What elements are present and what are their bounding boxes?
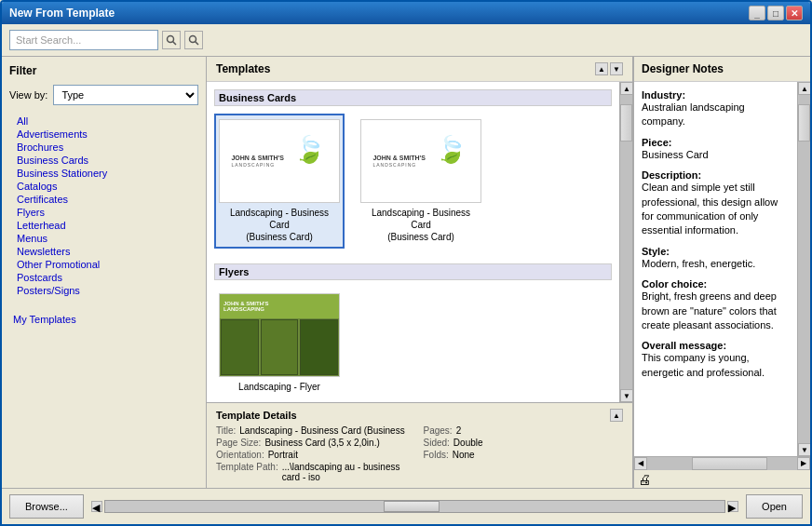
filter-item-catalogs[interactable]: Catalogs	[13, 180, 195, 193]
bottom-bar: Browse... ◀ ▶ Open	[2, 488, 810, 524]
designer-section-description-text: Clean and simple yet still professional,…	[642, 181, 790, 238]
template-caption-1: Landscaping - Business Card(Business Car…	[220, 207, 339, 243]
close-button[interactable]: ✕	[786, 6, 803, 20]
flyer-images	[220, 318, 339, 376]
biz-card-tagline-1: LANDSCAPING	[231, 162, 275, 168]
templates-scroll-area[interactable]: Business Cards 🍃 JOHN & SMITH'S LANDSCAP…	[207, 82, 619, 402]
biz-card-tagline-2: LANDSCAPING	[372, 162, 416, 168]
title-value: Landscaping - Business Card (Business	[239, 425, 404, 436]
designer-section-industry-text: Australian landscaping company.	[642, 101, 790, 129]
template-item-1[interactable]: 🍃 JOHN & SMITH'S LANDSCAPING Landscaping…	[214, 114, 345, 249]
template-item-flyer-1[interactable]: JOHN & SMITH'SLANDSCAPING Landscap	[214, 288, 345, 398]
filter-item-business-stationery[interactable]: Business Stationery	[13, 167, 195, 180]
designer-notes-panel: Designer Notes Industry: Australian land…	[633, 57, 810, 488]
detail-row-sided: Sided: Double	[424, 438, 624, 448]
filter-item-business-cards[interactable]: Business Cards	[13, 154, 195, 167]
templates-scroll-arrows: ▲ ▼	[595, 62, 623, 75]
maximize-button[interactable]: □	[767, 6, 784, 20]
designer-notes-scroll-area: Industry: Australian landscaping company…	[634, 82, 797, 456]
designer-section-overall: Overall message: This company is young, …	[642, 340, 790, 380]
browse-button[interactable]: Browse...	[9, 494, 84, 519]
open-button[interactable]: Open	[746, 494, 803, 519]
flyer-top: JOHN & SMITH'SLANDSCAPING	[220, 294, 339, 318]
detail-row-path: Template Path: ...\landscaping au - busi…	[216, 462, 416, 482]
designer-scroll-down[interactable]: ▼	[798, 443, 810, 456]
details-collapse-button[interactable]: ▲	[610, 409, 623, 422]
designer-hscroll-right[interactable]: ▶	[797, 457, 810, 470]
details-title: Template Details	[216, 410, 297, 421]
templates-scrollbar: ▲ ▼	[619, 82, 632, 402]
folds-label: Folds:	[424, 450, 449, 460]
main-window: New From Template _ □ ✕ Filter	[0, 0, 812, 526]
designer-section-overall-text: This company is young, energetic and pro…	[642, 351, 790, 380]
my-templates-link[interactable]: My Templates	[9, 312, 198, 327]
filter-item-postcards[interactable]: Postcards	[13, 271, 195, 284]
designer-scroll-up[interactable]: ▲	[798, 82, 810, 95]
templates-scroll-up[interactable]: ▲	[620, 82, 632, 95]
page-size-value: Business Card (3,5 x 2,0in.)	[264, 438, 379, 448]
filter-item-newsletters[interactable]: Newsletters	[13, 245, 195, 258]
filter-item-menus[interactable]: Menus	[13, 232, 195, 245]
templates-scroll-thumb[interactable]	[620, 104, 632, 142]
details-left: Title: Landscaping - Business Card (Busi…	[216, 425, 416, 482]
filter-item-other-promotional[interactable]: Other Promotional	[13, 258, 195, 271]
sided-value: Double	[453, 438, 483, 448]
template-item-2[interactable]: 🍃 JOHN & SMITH'S LANDSCAPING Landscaping…	[356, 114, 486, 249]
svg-point-2	[190, 36, 196, 43]
filter-item-all[interactable]: All	[13, 115, 195, 128]
designer-section-piece-title: Piece:	[642, 137, 790, 148]
detail-row-folds: Folds: None	[424, 450, 624, 460]
search-input[interactable]	[9, 30, 158, 50]
designer-scroll-thumb[interactable]	[798, 104, 810, 142]
view-by-select[interactable]: Type	[53, 85, 198, 105]
detail-row-page-size: Page Size: Business Card (3,5 x 2,0in.)	[216, 438, 416, 448]
biz-card-company-2: JOHN & SMITH'S	[372, 155, 426, 162]
filter-list: All Advertisements Brochures Business Ca…	[9, 115, 198, 297]
designer-section-description: Description: Clean and simple yet still …	[642, 169, 790, 238]
business-cards-grid: 🍃 JOHN & SMITH'S LANDSCAPING Landscaping…	[214, 114, 612, 249]
search-icon-2	[188, 34, 199, 46]
templates-scroll-down[interactable]: ▼	[620, 389, 632, 402]
details-header: Template Details ▲	[216, 409, 623, 422]
designer-section-color: Color choice: Bright, fresh greens and d…	[642, 278, 790, 332]
designer-section-piece: Piece: Business Card	[642, 137, 790, 162]
view-by-row: View by: Type	[9, 85, 198, 105]
designer-hscroll-left[interactable]: ◀	[634, 457, 647, 470]
designer-section-overall-title: Overall message:	[642, 340, 790, 351]
filter-item-certificates[interactable]: Certificates	[13, 193, 195, 206]
svg-line-1	[173, 42, 177, 46]
bottom-scroll-area: ◀ ▶	[84, 500, 746, 513]
designer-section-style: Style: Modern, fresh, energetic.	[642, 246, 790, 271]
filter-item-advertisements[interactable]: Advertisements	[13, 128, 195, 141]
search-button[interactable]	[162, 31, 181, 49]
path-label: Template Path:	[216, 462, 278, 482]
search-button-2[interactable]	[184, 31, 203, 49]
biz-card-company-1: JOHN & SMITH'S	[231, 155, 284, 162]
hscroll-right-btn[interactable]: ▶	[727, 501, 738, 512]
filter-item-posters-signs[interactable]: Posters/Signs	[13, 284, 195, 297]
bottom-hscroll-thumb[interactable]	[384, 501, 440, 512]
filter-item-brochures[interactable]: Brochures	[13, 141, 195, 154]
section-label-business-cards: Business Cards	[214, 89, 612, 106]
scroll-up-arrow[interactable]: ▲	[595, 62, 608, 75]
filter-item-flyers[interactable]: Flyers	[13, 206, 195, 219]
biz-card-inner-2: 🍃 JOHN & SMITH'S LANDSCAPING	[367, 127, 474, 196]
search-icon	[166, 34, 177, 46]
designer-section-piece-text: Business Card	[642, 148, 790, 162]
filter-item-letterhead[interactable]: Letterhead	[13, 219, 195, 232]
svg-point-0	[168, 36, 174, 43]
hscroll-left-btn[interactable]: ◀	[91, 501, 102, 512]
scroll-down-arrow[interactable]: ▼	[610, 62, 623, 75]
template-caption-flyer-1: Landscaping - Flyer	[238, 381, 320, 393]
designer-notes-content: Industry: Australian landscaping company…	[634, 82, 810, 456]
detail-row-title: Title: Landscaping - Business Card (Busi…	[216, 425, 416, 436]
orientation-value: Portrait	[268, 450, 298, 460]
designer-hscroll-track	[647, 457, 797, 470]
template-thumb-flyer-1: JOHN & SMITH'SLANDSCAPING	[219, 293, 340, 377]
details-grid: Title: Landscaping - Business Card (Busi…	[216, 425, 623, 482]
printer-icon[interactable]: 🖨	[638, 472, 651, 487]
flyer-thumb-inner: JOHN & SMITH'SLANDSCAPING	[220, 294, 339, 376]
minimize-button[interactable]: _	[749, 6, 765, 20]
templates-panel-title: Templates	[216, 62, 270, 75]
designer-hscroll-thumb[interactable]	[692, 457, 767, 470]
